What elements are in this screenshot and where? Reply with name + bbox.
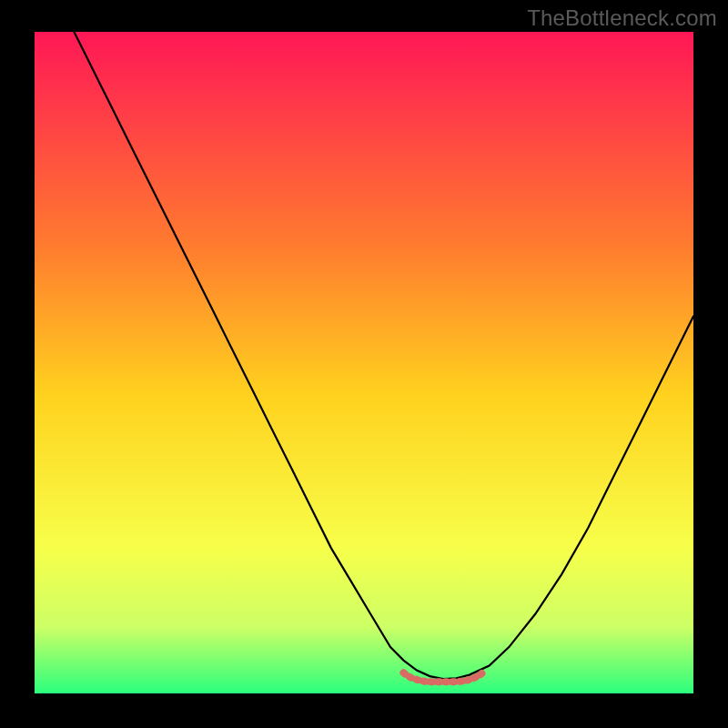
- gradient-background: [35, 32, 693, 693]
- chart-svg: [35, 32, 693, 693]
- chart-frame: TheBottleneck.com: [0, 0, 728, 728]
- watermark-text: TheBottleneck.com: [527, 5, 717, 31]
- plot-area: [35, 32, 693, 693]
